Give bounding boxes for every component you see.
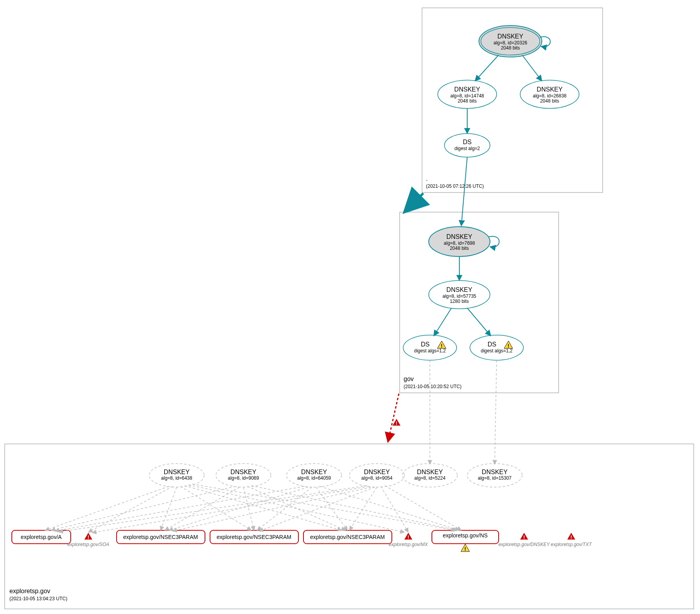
root-ksk-title: DNSKEY bbox=[497, 33, 523, 40]
rr-mx-ghost: exploretsp.gov/MX bbox=[389, 542, 428, 547]
exploretsp-k4-sub1: alg=8, id=9054 bbox=[361, 475, 393, 481]
zone-exploretsp-box bbox=[5, 444, 694, 609]
root-zsk2-title: DNSKEY bbox=[537, 86, 563, 93]
exploretsp-k4-title: DNSKEY bbox=[364, 469, 390, 475]
svg-line-22 bbox=[45, 486, 169, 530]
rr-n3-label: exploretsp.gov/NSEC3PARAM bbox=[310, 534, 385, 540]
exploretsp-k1-title: DNSKEY bbox=[164, 469, 190, 475]
gov-zsk-sub2: 1280 bits bbox=[450, 299, 469, 304]
rr-n2-label: exploretsp.gov/NSEC3PARAM bbox=[217, 534, 291, 540]
svg-line-45 bbox=[385, 486, 461, 530]
gov-ds1-sub1: digest algs=1,2 bbox=[414, 348, 446, 354]
svg-line-28 bbox=[192, 484, 455, 530]
gov-ds2-node: DS digest algs=1,2 bbox=[470, 335, 523, 360]
svg-line-44 bbox=[381, 486, 408, 532]
error-icon bbox=[404, 532, 413, 540]
root-ds-node: DS digest alg=2 bbox=[444, 134, 490, 157]
exploretsp-k2-sub1: alg=8, id=9069 bbox=[228, 475, 259, 481]
exploretsp-k1-node: DNSKEY alg=8, id=6438 bbox=[149, 464, 204, 487]
exploretsp-k3-sub1: alg=8, id=64059 bbox=[297, 475, 331, 481]
svg-line-39 bbox=[59, 486, 367, 532]
gov-ksk-sub1: alg=8, id=7698 bbox=[444, 240, 475, 246]
root-zsk2-node: DNSKEY alg=8, id=26838 2048 bits bbox=[520, 80, 579, 108]
svg-point-10 bbox=[470, 335, 523, 360]
rr-nsec3param-2: exploretsp.gov/NSEC3PARAM bbox=[210, 530, 298, 544]
zone-root-time: (2021-10-05 07:12:26 UTC) bbox=[426, 183, 484, 189]
rr-a: exploretsp.gov/A bbox=[12, 530, 71, 544]
gov-ds2-sub1: digest algs=1,2 bbox=[481, 348, 512, 354]
exploretsp-k2-node: DNSKEY alg=8, id=9069 bbox=[216, 464, 271, 487]
error-icon bbox=[84, 532, 93, 540]
edge-root-to-gov-zone bbox=[404, 193, 423, 212]
rr-dnskey-ghost: exploretsp.gov/DNSKEY bbox=[499, 542, 550, 547]
warning-icon bbox=[461, 544, 470, 552]
error-icon bbox=[567, 532, 576, 540]
edge-gov-ds2-k6 bbox=[495, 360, 497, 464]
gov-zsk-node: DNSKEY alg=8, id=57735 1280 bits bbox=[429, 280, 490, 309]
svg-line-41 bbox=[173, 487, 371, 531]
root-ksk-sub2: 2048 bits bbox=[501, 45, 520, 51]
edge-root-ksk-zsk1 bbox=[475, 55, 499, 81]
exploretsp-k6-title: DNSKEY bbox=[482, 469, 508, 475]
svg-line-29 bbox=[51, 486, 236, 530]
gov-ds2-title: DS bbox=[488, 341, 496, 348]
zone-exploretsp-label: exploretsp.gov bbox=[9, 588, 50, 594]
svg-line-42 bbox=[259, 487, 375, 531]
zone-root-label: . bbox=[426, 175, 428, 182]
root-zsk1-sub1: alg=8, id=14748 bbox=[450, 93, 484, 99]
svg-point-6 bbox=[444, 134, 490, 157]
rr-a-label: exploretsp.gov/A bbox=[21, 534, 62, 540]
root-zsk1-node: DNSKEY alg=8, id=14748 2048 bits bbox=[438, 80, 497, 108]
gov-ksk-node: DNSKEY alg=8, id=7698 2048 bits bbox=[429, 227, 490, 257]
zone-gov-time: (2021-10-05 10:20:52 UTC) bbox=[404, 384, 461, 389]
rr-ns: exploretsp.gov/NS bbox=[432, 530, 499, 552]
zone-gov-label: gov bbox=[404, 376, 414, 382]
exploretsp-k5-title: DNSKEY bbox=[417, 469, 443, 475]
exploretsp-k3-title: DNSKEY bbox=[301, 469, 327, 475]
root-ksk-sub1: alg=8, id=20326 bbox=[493, 40, 527, 46]
exploretsp-k5-sub1: alg=8, id=5224 bbox=[414, 475, 446, 481]
gov-ksk-sub2: 2048 bits bbox=[450, 246, 469, 251]
svg-point-9 bbox=[403, 335, 457, 360]
edge-root-ds-gov-ksk bbox=[461, 157, 467, 226]
gov-zsk-title: DNSKEY bbox=[446, 286, 472, 293]
exploretsp-k3-node: DNSKEY alg=8, id=64059 bbox=[287, 464, 342, 487]
edge-root-ksk-zsk2 bbox=[522, 55, 542, 81]
root-zsk1-sub2: 2048 bits bbox=[458, 98, 477, 104]
fanout-edges bbox=[45, 484, 461, 533]
exploretsp-k6-node: DNSKEY alg=8, id=15307 bbox=[467, 464, 522, 487]
root-ds-title: DS bbox=[463, 139, 472, 145]
exploretsp-k2-title: DNSKEY bbox=[230, 469, 256, 475]
rr-nsec3param-3: exploretsp.gov/NSEC3PARAM bbox=[303, 530, 392, 544]
svg-line-24 bbox=[161, 487, 177, 530]
exploretsp-k1-sub1: alg=8, id=6438 bbox=[161, 475, 192, 481]
gov-ksk-title: DNSKEY bbox=[446, 233, 472, 240]
rr-ns-label: exploretsp.gov/NS bbox=[443, 532, 488, 539]
gov-ds1-title: DS bbox=[421, 341, 430, 348]
svg-line-31 bbox=[243, 487, 254, 530]
root-zsk1-title: DNSKEY bbox=[454, 86, 480, 93]
gov-ds1-node: DS digest algs=1,2 bbox=[403, 335, 457, 360]
exploretsp-k6-sub1: alg=8, id=15307 bbox=[478, 475, 512, 481]
svg-line-43 bbox=[349, 487, 377, 530]
rr-n1-label: exploretsp.gov/NSEC3PARAM bbox=[123, 534, 198, 540]
rr-txt-ghost: exploretsp.gov/TXT bbox=[551, 542, 592, 547]
gov-zsk-sub1: alg=8, id=57735 bbox=[442, 293, 476, 299]
exploretsp-k5-node: DNSKEY alg=8, id=5224 bbox=[402, 464, 457, 487]
svg-line-33 bbox=[251, 486, 457, 530]
root-ksk-node: DNSKEY alg=8, id=20326 2048 bits bbox=[479, 26, 542, 57]
svg-line-26 bbox=[185, 486, 342, 530]
zone-exploretsp-time: (2021-10-05 13:04:23 UTC) bbox=[9, 596, 67, 601]
root-ds-sub1: digest alg=2 bbox=[454, 146, 480, 151]
root-zsk2-sub2: 2048 bits bbox=[540, 98, 559, 104]
error-icon bbox=[520, 532, 528, 540]
edge-gov-zsk-ds2 bbox=[467, 308, 491, 336]
svg-line-34 bbox=[55, 486, 304, 531]
exploretsp-k4-node: DNSKEY alg=8, id=9054 bbox=[349, 464, 404, 487]
rr-soa-ghost: exploretsp.gov/SOA bbox=[68, 542, 110, 547]
edge-gov-zsk-ds1 bbox=[434, 308, 451, 336]
svg-line-40 bbox=[92, 486, 369, 533]
svg-line-35 bbox=[169, 487, 308, 530]
svg-line-38 bbox=[320, 486, 459, 530]
rr-nsec3param-1: exploretsp.gov/NSEC3PARAM bbox=[117, 530, 205, 544]
